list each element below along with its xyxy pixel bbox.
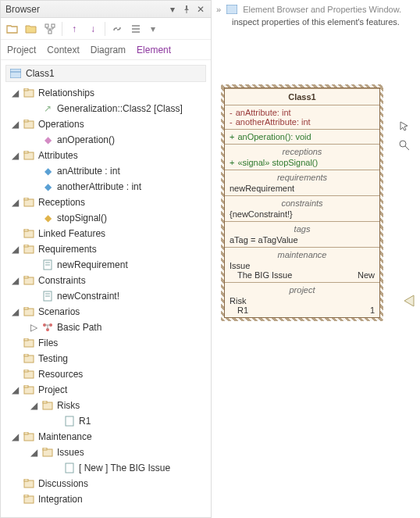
package-icon [23, 243, 35, 255]
zoom-icon[interactable] [398, 139, 411, 152]
node-operations[interactable]: ◢Operations [2, 116, 209, 132]
svg-rect-3 [10, 69, 21, 78]
svg-rect-14 [24, 229, 28, 231]
node-scenarios[interactable]: ◢Scenarios [2, 304, 209, 320]
node-resources[interactable]: Resources [2, 366, 209, 382]
new-folder-icon[interactable] [5, 22, 20, 36]
package-icon [41, 399, 54, 412]
package-icon [23, 477, 35, 490]
diagram-canvas[interactable]: Class1 -anAttribute: int -anotherAttribu… [216, 33, 415, 515]
node-constraint-item[interactable]: newConstraint! [2, 288, 209, 304]
toolbar-dropdown-icon[interactable]: ▾ [148, 23, 158, 34]
path-icon [41, 321, 54, 334]
node-operation-item[interactable]: ◆anOperation() [2, 132, 209, 148]
svg-rect-26 [24, 307, 28, 309]
attribute-icon: ◆ [41, 165, 54, 177]
tab-context[interactable]: Context [47, 45, 79, 55]
tag-arrow-icon[interactable] [401, 294, 415, 308]
diagram-header-text: Element Browser and Properties Window. [243, 5, 401, 14]
collapse-icon[interactable]: ◢ [10, 245, 20, 254]
node-linked[interactable]: Linked Features [2, 226, 209, 241]
svg-rect-33 [24, 354, 28, 356]
svg-rect-44 [43, 448, 47, 450]
node-issues[interactable]: ◢Issues [2, 445, 209, 460]
collapse-icon[interactable]: ◢ [10, 88, 20, 98]
hierarchy-icon[interactable] [43, 22, 57, 36]
node-issue-item[interactable]: [ New ] The BIG Issue [2, 460, 209, 476]
pin-icon[interactable] [181, 4, 192, 15]
svg-rect-8 [24, 120, 28, 122]
node-maintenance[interactable]: ◢Maintenance [2, 429, 209, 445]
project-compartment: project Risk R1 1 [225, 282, 379, 317]
class-element[interactable]: Class1 -anAttribute: int -anotherAttribu… [224, 88, 380, 318]
collapse-icon[interactable]: ◢ [10, 151, 20, 160]
node-risks[interactable]: ◢Risks [2, 398, 209, 413]
tab-project[interactable]: Project [7, 45, 36, 55]
package-icon [23, 118, 35, 130]
diagram-header: » Element Browser and Properties Window. [216, 3, 415, 16]
pointer-icon[interactable] [398, 120, 411, 133]
close-icon[interactable]: ✕ [195, 4, 206, 15]
svg-rect-10 [24, 151, 28, 153]
collapse-icon[interactable]: ◢ [10, 432, 20, 441]
collapse-icon[interactable]: ◢ [29, 401, 38, 410]
expand-icon[interactable]: ▷ [29, 323, 38, 332]
svg-line-52 [405, 146, 409, 150]
tab-element[interactable]: Element [137, 45, 171, 55]
attribute-icon: ◆ [41, 180, 54, 193]
collapse-icon[interactable]: ◢ [29, 448, 38, 457]
collapse-icon[interactable]: ◢ [10, 276, 20, 285]
node-testing[interactable]: Testing [2, 351, 209, 366]
node-generalization[interactable]: ↗Generalization::Class2 [Class] [2, 101, 209, 116]
collapse-icon[interactable]: ◢ [10, 307, 20, 316]
package-icon [23, 227, 35, 240]
node-scenario-item[interactable]: ▷Basic Path [2, 320, 209, 335]
folder-icon[interactable] [24, 22, 38, 36]
package-icon [23, 368, 35, 380]
package-icon [23, 149, 35, 162]
node-constraints[interactable]: ◢Constraints [2, 273, 209, 288]
tree-root[interactable]: Class1 [5, 65, 206, 82]
node-r1[interactable]: R1 [2, 413, 209, 429]
svg-rect-39 [43, 401, 47, 403]
node-requirement-item[interactable]: newRequirement [2, 257, 209, 273]
dropdown-icon[interactable]: ▾ [167, 4, 178, 15]
toolbar: ↑ ↓ ▾ [1, 18, 211, 40]
link-icon[interactable] [110, 22, 124, 36]
package-icon [23, 87, 35, 99]
maintenance-compartment: maintenance Issue The BIG Issue New [225, 247, 379, 282]
menu-icon[interactable] [129, 22, 143, 36]
svg-rect-2 [48, 30, 52, 34]
diagram-subtext: inspect properties of this element's fea… [216, 17, 415, 27]
down-arrow-icon[interactable]: ↓ [86, 22, 100, 36]
collapse-icon[interactable]: ◢ [10, 120, 20, 129]
attributes-compartment: -anAttribute: int -anotherAttribute: int [225, 105, 379, 129]
svg-point-51 [400, 141, 406, 147]
signal-icon: ◆ [41, 212, 54, 224]
node-integration[interactable]: Integration [2, 491, 209, 507]
node-reception-item[interactable]: ◆stopSignal() [2, 210, 209, 226]
svg-rect-40 [66, 416, 73, 426]
node-attr1[interactable]: ◆anAttribute : int [2, 163, 209, 179]
tree[interactable]: Class1 ◢Relationships ↗Generalization::C… [1, 60, 211, 517]
node-discussions[interactable]: Discussions [2, 476, 209, 491]
arrow-icon: ↗ [41, 102, 54, 115]
doc-icon [41, 259, 54, 271]
tab-diagram[interactable]: Diagram [91, 45, 126, 55]
up-arrow-icon[interactable]: ↑ [67, 22, 81, 36]
svg-rect-49 [24, 495, 28, 497]
svg-rect-16 [24, 245, 28, 247]
tabs: Project Context Diagram Element [1, 40, 211, 60]
node-attributes[interactable]: ◢Attributes [2, 148, 209, 163]
tags-compartment: tags aTag = aTagValue [225, 221, 379, 247]
node-files[interactable]: Files [2, 335, 209, 351]
expand-icon[interactable]: » [216, 5, 221, 14]
node-project[interactable]: ◢Project [2, 382, 209, 398]
node-receptions[interactable]: ◢Receptions [2, 195, 209, 210]
collapse-icon[interactable]: ◢ [10, 198, 20, 207]
node-attr2[interactable]: ◆anotherAttribute : int [2, 179, 209, 195]
node-relationships[interactable]: ◢Relationships [2, 85, 209, 101]
collapse-icon[interactable]: ◢ [10, 385, 20, 395]
svg-rect-21 [24, 276, 28, 278]
node-requirements[interactable]: ◢Requirements [2, 241, 209, 257]
